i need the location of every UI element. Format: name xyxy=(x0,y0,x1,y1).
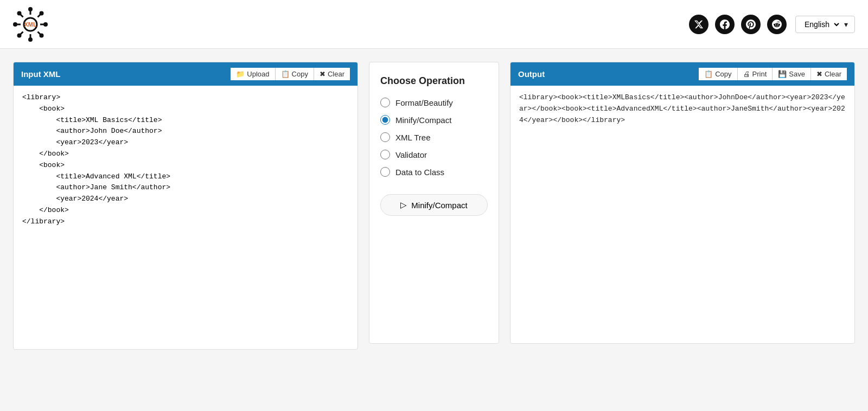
facebook-icon[interactable] xyxy=(715,15,735,34)
logo: XML xyxy=(13,7,48,42)
xmltree-radio[interactable] xyxy=(380,132,390,142)
input-panel-actions: 📁 Upload 📋 Copy ✖ Clear xyxy=(231,68,350,80)
svg-point-14 xyxy=(40,33,44,37)
output-clear-icon: ✖ xyxy=(816,70,822,78)
output-copy-icon: 📋 xyxy=(704,70,713,78)
output-save-icon: 💾 xyxy=(778,70,787,78)
output-print-icon: 🖨 xyxy=(743,70,750,78)
input-textarea[interactable]: <library> <book> <title>XML Basics</titl… xyxy=(14,86,358,347)
minify-label: Minify/Compact xyxy=(395,115,451,125)
xmltree-label: XML Tree xyxy=(395,133,430,142)
validator-option[interactable]: Validator xyxy=(380,150,488,159)
output-print-button[interactable]: 🖨 Print xyxy=(737,68,773,80)
svg-point-9 xyxy=(28,7,33,11)
xml-tree-option[interactable]: XML Tree xyxy=(380,132,488,142)
svg-point-15 xyxy=(40,11,44,15)
language-dropdown[interactable]: English Spanish French German xyxy=(802,20,841,29)
output-copy-button[interactable]: 📋 Copy xyxy=(699,68,737,80)
minify-compact-option[interactable]: Minify/Compact xyxy=(380,115,488,125)
data-to-class-option[interactable]: Data to Class xyxy=(380,167,488,177)
svg-point-12 xyxy=(43,22,48,27)
social-icons xyxy=(689,15,787,34)
header-right: English Spanish French German ▾ xyxy=(689,15,855,34)
submit-arrow-icon: ▷ xyxy=(400,200,407,210)
svg-point-11 xyxy=(13,22,17,27)
output-panel-header: Output 📋 Copy 🖨 Print 💾 Save ✖ Clear xyxy=(510,62,854,86)
datatoclass-radio[interactable] xyxy=(380,167,390,177)
submit-label: Minify/Compact xyxy=(411,201,467,210)
submit-button[interactable]: ▷ Minify/Compact xyxy=(380,194,488,216)
format-beautify-option[interactable]: Format/Beautify xyxy=(380,98,488,107)
svg-point-10 xyxy=(28,37,33,42)
format-label: Format/Beautify xyxy=(395,98,453,107)
svg-text:XML: XML xyxy=(24,21,37,28)
output-save-button[interactable]: 💾 Save xyxy=(772,68,810,80)
twitter-icon[interactable] xyxy=(689,15,709,34)
choose-operation-title: Choose Operation xyxy=(380,75,465,87)
validator-label: Validator xyxy=(395,150,427,159)
operation-radio-group: Format/Beautify Minify/Compact XML Tree … xyxy=(380,98,488,177)
main-content: Input XML 📁 Upload 📋 Copy ✖ Clear <libra… xyxy=(0,49,868,363)
minify-radio[interactable] xyxy=(380,115,390,125)
output-content: <library><book><title>XMLBasics</title><… xyxy=(510,86,854,132)
svg-point-13 xyxy=(17,11,22,15)
language-selector[interactable]: English Spanish French German ▾ xyxy=(795,16,855,33)
input-panel-title: Input XML xyxy=(21,69,60,79)
datatoclass-label: Data to Class xyxy=(395,168,444,177)
output-panel: Output 📋 Copy 🖨 Print 💾 Save ✖ Clear xyxy=(510,62,855,344)
logo-icon: XML xyxy=(13,7,48,42)
clear-icon: ✖ xyxy=(320,70,326,78)
format-radio[interactable] xyxy=(380,98,390,107)
reddit-icon[interactable] xyxy=(767,15,787,34)
output-panel-actions: 📋 Copy 🖨 Print 💾 Save ✖ Clear xyxy=(699,68,847,80)
middle-panel: Choose Operation Format/Beautify Minify/… xyxy=(369,62,499,344)
chevron-down-icon: ▾ xyxy=(844,20,848,29)
input-copy-button[interactable]: 📋 Copy xyxy=(275,68,314,80)
pinterest-icon[interactable] xyxy=(741,15,761,34)
input-panel-header: Input XML 📁 Upload 📋 Copy ✖ Clear xyxy=(14,62,358,86)
svg-point-16 xyxy=(17,33,22,37)
upload-icon: 📁 xyxy=(236,70,245,78)
validator-radio[interactable] xyxy=(380,150,390,159)
header: XML English Spanish French German xyxy=(0,0,868,49)
copy-icon: 📋 xyxy=(281,70,290,78)
output-panel-title: Output xyxy=(518,69,545,79)
input-panel: Input XML 📁 Upload 📋 Copy ✖ Clear <libra… xyxy=(13,62,358,350)
input-clear-button[interactable]: ✖ Clear xyxy=(314,68,350,80)
upload-button[interactable]: 📁 Upload xyxy=(231,68,275,80)
output-clear-button[interactable]: ✖ Clear xyxy=(810,68,847,80)
